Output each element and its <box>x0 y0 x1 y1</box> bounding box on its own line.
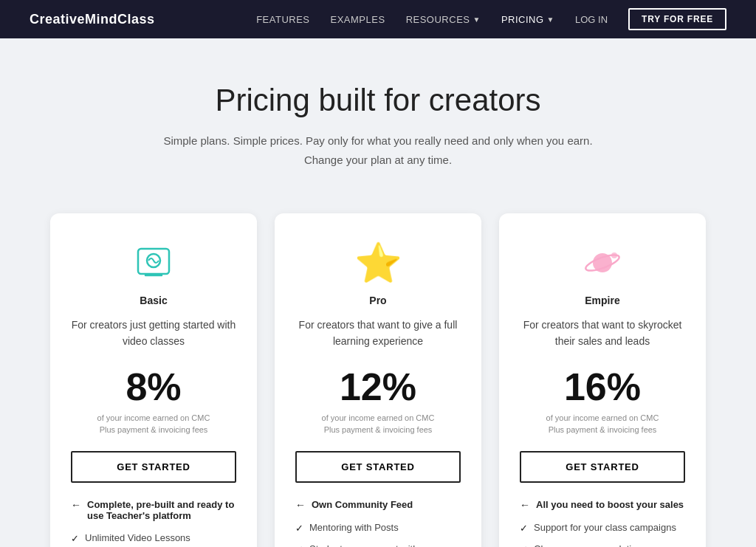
nav-links: FEATURES EXAMPLES RESOURCES ▼ PRICING ▼ … <box>256 8 726 30</box>
list-item: ✓ Classes recommendations <box>520 543 685 547</box>
pro-arrow-icon: ← <box>295 499 306 511</box>
list-item: ✓ Student engagement with exercises <box>295 543 461 547</box>
nav-examples[interactable]: EXAMPLES <box>331 14 385 25</box>
empire-income-note: of your income earned on CMC Plus paymen… <box>520 412 685 436</box>
basic-percent: 8% <box>71 365 236 409</box>
pro-description: For creators that want to give a full le… <box>295 317 461 350</box>
list-item: ✓ Unlimited Video Lessons <box>71 531 236 546</box>
basic-income-note: of your income earned on CMC Plus paymen… <box>71 412 236 436</box>
pro-percent: 12% <box>295 365 461 409</box>
empire-icon <box>520 237 685 289</box>
nav-login[interactable]: LOG IN <box>575 14 608 25</box>
check-icon: ✓ <box>520 543 528 547</box>
basic-title: Basic <box>71 295 236 306</box>
nav-resources[interactable]: RESOURCES ▼ <box>406 14 481 25</box>
check-icon: ✓ <box>295 522 303 535</box>
basic-main-feature: ← Complete, pre-built and ready to use T… <box>71 499 236 521</box>
hero-description: Simple plans. Simple prices. Pay only fo… <box>15 131 741 169</box>
nav-try-free-button[interactable]: TRY FOR FREE <box>628 8 726 30</box>
list-item: ✓ Mentoring with Posts <box>295 521 461 535</box>
basic-get-started-button[interactable]: GET STARTED <box>71 451 236 483</box>
basic-icon <box>71 237 236 289</box>
empire-main-feature: ← All you need to boost your sales <box>520 499 685 511</box>
empire-features-list: ✓ Support for your class campaigns ✓ Cla… <box>520 521 685 547</box>
hero-title: Pricing built for creators <box>15 83 741 118</box>
plan-empire: Empire For creators that want to skyrock… <box>499 213 706 547</box>
plan-pro: ⭐ Pro For creators that want to give a f… <box>275 213 481 547</box>
pricing-cards: Basic For creators just getting started … <box>0 199 756 547</box>
pro-icon: ⭐ <box>295 237 461 289</box>
pro-title: Pro <box>295 295 461 306</box>
plan-basic: Basic For creators just getting started … <box>50 213 257 547</box>
empire-description: For creators that want to skyrocket thei… <box>520 317 685 350</box>
pro-get-started-button[interactable]: GET STARTED <box>295 451 461 483</box>
empire-percent: 16% <box>520 365 685 409</box>
list-item: ✓ Support for your class campaigns <box>520 521 685 535</box>
pro-features-list: ✓ Mentoring with Posts ✓ Student engagem… <box>295 521 461 547</box>
svg-point-6 <box>611 252 617 258</box>
empire-title: Empire <box>520 295 685 306</box>
pricing-dropdown-arrow: ▼ <box>547 16 554 24</box>
empire-get-started-button[interactable]: GET STARTED <box>520 451 685 483</box>
basic-arrow-icon: ← <box>71 499 81 511</box>
nav-pricing[interactable]: PRICING ▼ <box>501 14 554 25</box>
check-icon: ✓ <box>295 543 303 547</box>
hero-section: Pricing built for creators Simple plans.… <box>0 38 756 199</box>
nav-features[interactable]: FEATURES <box>256 14 309 25</box>
resources-dropdown-arrow: ▼ <box>472 16 480 24</box>
nav-logo[interactable]: CreativeMindClass <box>30 12 155 27</box>
check-icon: ✓ <box>71 532 79 546</box>
pro-main-feature: ← Own Community Feed <box>295 499 461 511</box>
pro-income-note: of your income earned on CMC Plus paymen… <box>295 412 461 436</box>
basic-features-list: ✓ Unlimited Video Lessons ✓ A whole plat… <box>71 531 236 547</box>
basic-description: For creators just getting started with v… <box>71 317 236 350</box>
navbar: CreativeMindClass FEATURES EXAMPLES RESO… <box>0 0 756 38</box>
check-icon: ✓ <box>520 522 528 535</box>
empire-arrow-icon: ← <box>520 499 530 511</box>
